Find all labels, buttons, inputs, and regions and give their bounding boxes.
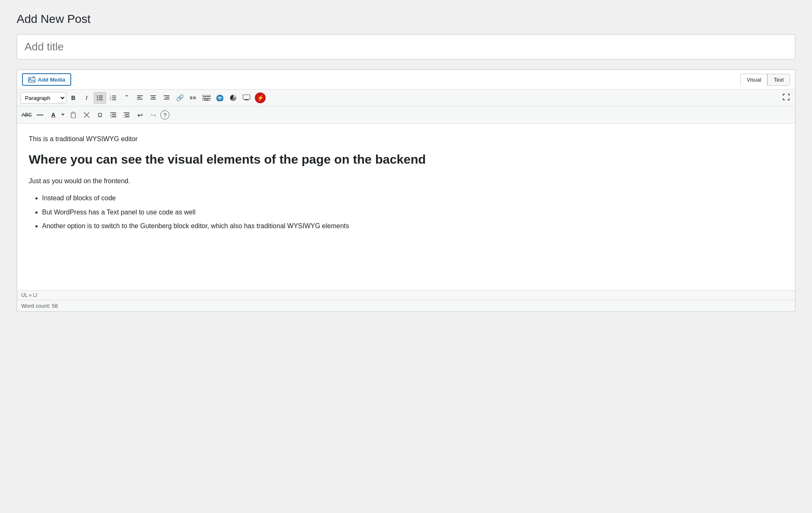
svg-point-6 <box>97 99 98 100</box>
redo-button[interactable]: ↪ <box>147 109 159 121</box>
editor-top-bar: Add Media Visual Text <box>17 70 795 90</box>
outdent-icon <box>124 112 130 117</box>
indent-button[interactable] <box>107 109 120 121</box>
svg-rect-49 <box>110 112 116 113</box>
horizontal-rule-button[interactable] <box>187 92 199 104</box>
subtext-paragraph: Just as you would on the frontend. <box>29 176 783 187</box>
wifi-icon <box>216 95 224 101</box>
monitor-icon <box>243 95 250 101</box>
expand-icon <box>782 93 790 101</box>
paragraph-format-select[interactable]: Paragraph Heading 1 Heading 2 Heading 3 … <box>20 92 66 104</box>
outdent-button[interactable] <box>120 109 133 121</box>
svg-rect-28 <box>193 97 196 97</box>
list-item: Another option is to switch to the Guten… <box>42 221 783 232</box>
svg-rect-14 <box>137 95 143 96</box>
list-ol-icon: 1.2.3. <box>110 95 117 101</box>
svg-rect-3 <box>99 96 103 97</box>
word-count-value: 58 <box>52 303 57 309</box>
list-ul-icon <box>97 95 103 101</box>
svg-rect-5 <box>99 97 103 98</box>
tab-text[interactable]: Text <box>767 74 790 86</box>
editor-path: UL » LI <box>21 292 37 298</box>
svg-point-2 <box>97 95 98 97</box>
svg-rect-19 <box>151 97 155 98</box>
toolbar-row-1: Paragraph Heading 1 Heading 2 Heading 3 … <box>17 90 795 107</box>
svg-rect-18 <box>150 95 156 96</box>
intro-paragraph: This is a traditional WYSIWYG editor <box>29 134 783 144</box>
svg-rect-36 <box>203 98 205 99</box>
svg-rect-53 <box>124 112 130 113</box>
keyboard-shortcuts-button[interactable] <box>200 92 213 104</box>
svg-rect-47 <box>71 113 75 118</box>
strikethrough-icon: ABC <box>22 112 32 118</box>
svg-rect-38 <box>207 98 208 99</box>
keyboard-icon <box>202 95 211 101</box>
italic-button[interactable]: I <box>80 92 93 104</box>
paste-as-text-button[interactable] <box>67 109 80 121</box>
ordered-list-button[interactable]: 1.2.3. <box>107 92 120 104</box>
svg-rect-16 <box>137 99 143 100</box>
svg-rect-35 <box>208 96 210 97</box>
align-center-button[interactable] <box>147 92 159 104</box>
list-item: Instead of blocks of code <box>42 193 783 204</box>
align-left-button[interactable] <box>134 92 146 104</box>
view-tabs: Visual Text <box>740 74 790 86</box>
align-center-icon <box>150 95 156 100</box>
page-title: Add New Post <box>17 12 795 26</box>
text-color-button[interactable]: A <box>47 109 60 121</box>
svg-rect-20 <box>150 99 156 100</box>
chevron-down-icon <box>61 114 65 116</box>
svg-rect-48 <box>72 112 75 113</box>
svg-rect-34 <box>207 96 208 97</box>
svg-point-42 <box>219 99 220 100</box>
media-icon <box>28 76 35 83</box>
svg-text:3.: 3. <box>110 98 112 101</box>
wifi-plugin-button[interactable] <box>214 92 226 104</box>
svg-rect-37 <box>205 98 207 99</box>
svg-rect-56 <box>124 117 130 117</box>
svg-rect-26 <box>190 97 192 97</box>
pie-plugin-button[interactable] <box>227 92 239 104</box>
add-media-button[interactable]: Add Media <box>22 73 71 86</box>
link-button[interactable]: 🔗 <box>174 92 186 104</box>
clear-format-button[interactable] <box>80 109 93 121</box>
svg-rect-55 <box>125 116 130 117</box>
svg-rect-39 <box>209 98 210 99</box>
indent-icon <box>110 112 116 117</box>
svg-rect-51 <box>112 116 116 117</box>
toolbar-row-2: ABC — A Ω ↩ ↪ ? <box>17 107 795 124</box>
svg-rect-33 <box>205 96 206 97</box>
svg-rect-46 <box>245 100 248 100</box>
undo-button[interactable]: ↩ <box>134 109 146 121</box>
align-right-icon <box>164 95 169 100</box>
editor-path-bar: UL » LI <box>17 290 795 300</box>
svg-rect-27 <box>190 98 192 99</box>
content-list: Instead of blocks of code But WordPress … <box>42 193 783 232</box>
bold-button[interactable]: B <box>67 92 80 104</box>
paste-icon <box>70 112 76 118</box>
svg-rect-9 <box>112 96 116 97</box>
svg-rect-29 <box>193 98 196 99</box>
align-right-button[interactable] <box>160 92 173 104</box>
svg-rect-24 <box>164 99 169 100</box>
svg-rect-13 <box>112 100 116 100</box>
title-input-wrapper <box>17 34 795 60</box>
tab-visual[interactable]: Visual <box>740 74 767 86</box>
strikethrough-button[interactable]: ABC <box>20 109 33 121</box>
help-button[interactable]: ? <box>160 110 169 120</box>
text-color-dropdown[interactable] <box>60 109 66 121</box>
expand-editor-button[interactable] <box>781 93 792 103</box>
unordered-list-button[interactable] <box>94 92 106 104</box>
monitor-plugin-button[interactable] <box>240 92 253 104</box>
editor-content[interactable]: This is a traditional WYSIWYG editor Whe… <box>17 124 795 290</box>
post-title-input[interactable] <box>17 35 795 59</box>
svg-rect-15 <box>137 97 141 98</box>
blockquote-button[interactable]: " <box>120 92 133 104</box>
add-media-label: Add Media <box>38 77 65 83</box>
svg-rect-52 <box>110 117 116 117</box>
bolt-icon: ⚡ <box>255 92 266 103</box>
content-heading: Where you can see the visual elements of… <box>29 151 783 167</box>
bolt-plugin-button[interactable]: ⚡ <box>254 92 267 104</box>
hr-line-button[interactable]: — <box>34 109 46 121</box>
special-char-button[interactable]: Ω <box>94 109 106 121</box>
